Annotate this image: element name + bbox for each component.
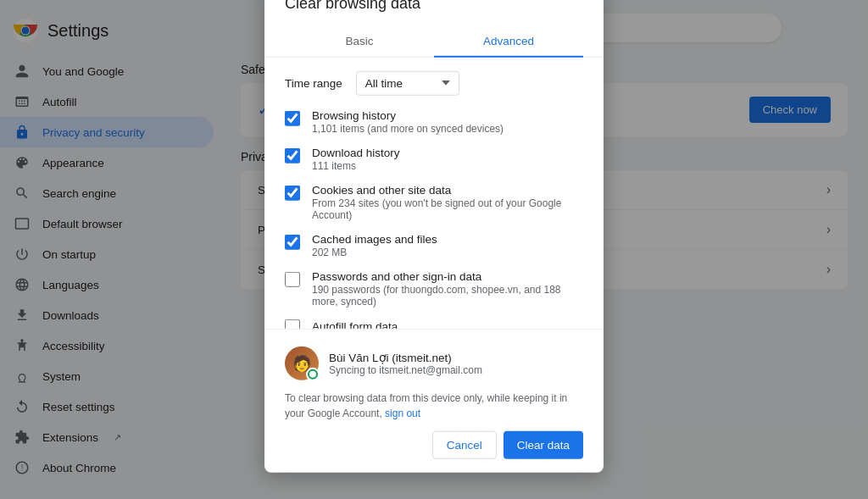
checkbox-text-download-history: Download history 111 items: [312, 146, 400, 171]
dialog-body: Time range Last hour Last 24 hours Last …: [264, 57, 604, 328]
dialog-account: 🧑 Bùi Văn Lợi (itsmeit.net) Syncing to i…: [285, 339, 583, 390]
checkbox-text-cookies: Cookies and other site data From 234 sit…: [312, 183, 583, 220]
checkbox-cached-images[interactable]: [285, 234, 300, 249]
sign-out-link[interactable]: sign out: [385, 407, 420, 419]
cancel-button[interactable]: Cancel: [432, 430, 497, 458]
checkbox-text-passwords: Passwords and other sign-in data 190 pas…: [312, 269, 583, 307]
time-range-label: Time range: [285, 76, 342, 89]
checkbox-row-cached-images: Cached images and files 202 MB: [285, 232, 583, 258]
avatar-wrapper: 🧑: [285, 346, 319, 380]
autofill-row: Autofill form data: [285, 319, 583, 328]
dialog-tabs: Basic Advanced: [264, 25, 604, 57]
checkbox-row-browsing-history: Browsing history 1,101 items (and more o…: [285, 108, 583, 134]
checkbox-cookies[interactable]: [285, 185, 300, 200]
dialog-actions: Cancel Clear data: [285, 430, 583, 458]
dialog-footer: 🧑 Bùi Văn Lợi (itsmeit.net) Syncing to i…: [264, 328, 604, 472]
account-email: Syncing to itsmeit.net@gmail.com: [329, 363, 482, 375]
checkbox-browsing-history[interactable]: [285, 110, 300, 125]
checkbox-autofill[interactable]: [285, 319, 300, 328]
checkbox-row-passwords: Passwords and other sign-in data 190 pas…: [285, 269, 583, 307]
time-range-select[interactable]: Last hour Last 24 hours Last 7 days Last…: [356, 70, 459, 95]
checkbox-row-cookies: Cookies and other site data From 234 sit…: [285, 183, 583, 220]
checkbox-text-browsing-history: Browsing history 1,101 items (and more o…: [312, 108, 504, 134]
clear-browsing-data-dialog: Clear browsing data Basic Advanced Time …: [264, 0, 604, 472]
avatar-sync-badge: [306, 367, 320, 380]
clear-data-button[interactable]: Clear data: [504, 430, 583, 458]
checkbox-download-history[interactable]: [285, 147, 300, 163]
tab-advanced[interactable]: Advanced: [434, 25, 583, 57]
checkbox-text-cached-images: Cached images and files 202 MB: [312, 232, 437, 258]
account-name: Bùi Văn Lợi (itsmeit.net): [329, 350, 482, 363]
footer-note: To clear browsing data from this device …: [285, 390, 583, 420]
checkbox-passwords[interactable]: [285, 271, 300, 286]
checkbox-row-download-history: Download history 111 items: [285, 146, 583, 171]
dialog-header: Clear browsing data Basic Advanced: [264, 0, 604, 57]
tab-basic[interactable]: Basic: [285, 25, 434, 57]
time-range-row: Time range Last hour Last 24 hours Last …: [285, 70, 583, 95]
dialog-title: Clear browsing data: [285, 0, 583, 12]
account-info: Bùi Văn Lợi (itsmeit.net) Syncing to its…: [329, 350, 482, 375]
